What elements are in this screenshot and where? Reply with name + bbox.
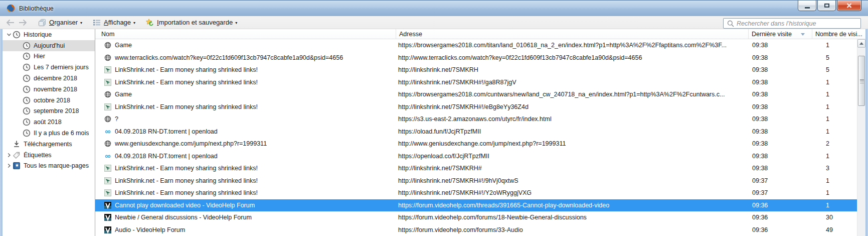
address-cell: http://linkshrink.net/7SMKRH bbox=[396, 66, 749, 73]
sidebar-item-label: Historique bbox=[24, 31, 52, 38]
sidebar-item-septembre-2018[interactable]: septembre 2018 bbox=[3, 106, 95, 117]
page-title-text: Newbie / General discussions - VideoHelp… bbox=[115, 214, 252, 221]
maximize-button[interactable] bbox=[817, 1, 836, 11]
visit-count-cell: 3 bbox=[812, 165, 857, 172]
scrollbar-thumb[interactable] bbox=[858, 56, 865, 106]
name-cell: LinkShrink.net - Earn money sharing shri… bbox=[95, 103, 396, 110]
linkshrink-icon bbox=[104, 103, 111, 110]
twisty-open-icon[interactable] bbox=[6, 32, 12, 37]
library-window: Bibliothèque Organiser▾Affichage▾Importa… bbox=[0, 0, 868, 236]
name-cell: Game bbox=[95, 42, 396, 49]
table-row[interactable]: Audio - VideoHelp Forumhttps://forum.vid… bbox=[95, 224, 857, 236]
minimize-button[interactable] bbox=[798, 1, 816, 11]
visit-count-cell: 1 bbox=[812, 103, 857, 110]
page-title-text: LinkShrink.net - Earn money sharing shri… bbox=[115, 79, 258, 86]
forward-button[interactable] bbox=[18, 19, 28, 27]
linkshrink-icon bbox=[104, 66, 111, 74]
table-row[interactable]: www.geniusdexchange.com/jump/next.php?r=… bbox=[95, 138, 857, 150]
twisty-closed-icon[interactable] bbox=[6, 153, 12, 158]
address-cell: https://forum.videohelp.com/threads/3916… bbox=[396, 202, 749, 209]
table-body: Gamehttps://browsergames2018.com/titan/l… bbox=[95, 39, 857, 236]
main-area: HistoriqueAujourd'huiHierLes 7 derniers … bbox=[0, 29, 868, 236]
sidebar-item-label: septembre 2018 bbox=[34, 107, 79, 114]
organize-menu-button[interactable]: Organiser▾ bbox=[38, 19, 82, 27]
sidebar-item-novembre-2018[interactable]: novembre 2018 bbox=[3, 84, 95, 95]
clock-icon bbox=[12, 30, 21, 39]
table-row[interactable]: Gamehttps://browsergames2018.com/titan/l… bbox=[95, 39, 857, 52]
chevron-down-icon: ▾ bbox=[235, 21, 237, 25]
table-row[interactable]: Gamehttps://browsergames2018.com/cuntwar… bbox=[95, 88, 857, 101]
column-header-address[interactable]: Adresse bbox=[396, 29, 749, 39]
address-cell: http://linkshrink.net/7SMKRH#!/Y2oWRyggj… bbox=[396, 189, 749, 196]
column-header-name[interactable]: Nom bbox=[95, 29, 396, 39]
visit-count-cell: 1 bbox=[812, 153, 857, 160]
table-row[interactable]: LinkShrink.net - Earn money sharing shri… bbox=[95, 175, 857, 187]
close-button[interactable] bbox=[837, 1, 861, 11]
name-cell: www.geniusdexchange.com/jump/next.php?r=… bbox=[95, 140, 396, 148]
page-title-text: www.geniusdexchange.com/jump/next.php?r=… bbox=[115, 140, 267, 147]
back-button[interactable] bbox=[6, 19, 16, 27]
import-backup-menu-button[interactable]: Importation et sauvegarde▾ bbox=[145, 19, 237, 27]
name-cell: Newbie / General discussions - VideoHelp… bbox=[95, 214, 396, 221]
titlebar[interactable]: Bibliothèque bbox=[0, 0, 868, 16]
linkshrink-icon bbox=[104, 189, 111, 197]
sidebar-item-telechargements[interactable]: Téléchargements bbox=[3, 139, 95, 150]
table-row[interactable]: LinkShrink.net - Earn money sharing shri… bbox=[95, 162, 857, 175]
linkshrink-icon bbox=[104, 78, 111, 86]
sidebar-item-marque-pages[interactable]: Tous les marque-pages bbox=[3, 161, 95, 172]
column-header-last_visit[interactable]: Dernière visite bbox=[749, 29, 812, 39]
search-input[interactable] bbox=[737, 20, 860, 27]
address-cell: http://www.geniusdexchange.com/jump/next… bbox=[396, 140, 749, 147]
page-title-text: LinkShrink.net - Earn money sharing shri… bbox=[115, 165, 258, 172]
visit-count-cell: 5 bbox=[812, 54, 857, 61]
sidebar-item-etiquettes[interactable]: Étiquettes bbox=[3, 150, 95, 161]
twisty-closed-icon[interactable] bbox=[6, 163, 12, 168]
table-row[interactable]: Newbie / General discussions - VideoHelp… bbox=[95, 211, 857, 224]
organize-icon bbox=[38, 19, 46, 27]
table-row[interactable]: ?https://s3.us-east-2.amazonaws.com/utyr… bbox=[95, 113, 857, 126]
globe-icon bbox=[104, 140, 111, 148]
table-row[interactable]: LinkShrink.net - Earn money sharing shri… bbox=[95, 64, 857, 76]
sidebar-item-aout-2018[interactable]: août 2018 bbox=[3, 116, 95, 128]
window-title: Bibliothèque bbox=[19, 5, 54, 12]
clock-icon bbox=[22, 118, 31, 127]
chevron-down-icon: ▾ bbox=[133, 21, 135, 25]
clock-icon bbox=[22, 52, 31, 61]
last-visit-cell: 09:38 bbox=[749, 140, 812, 147]
sidebar-item-plus-de-6-mois[interactable]: Il y a plus de 6 mois bbox=[3, 128, 95, 139]
sidebar-item-octobre-2018[interactable]: octobre 2018 bbox=[3, 95, 95, 106]
last-visit-cell: 09:38 bbox=[749, 115, 812, 123]
address-cell: https://s3.us-east-2.amazonaws.com/utyrc… bbox=[396, 115, 749, 123]
maximize-icon bbox=[824, 4, 829, 8]
sidebar-item-label: octobre 2018 bbox=[34, 97, 70, 104]
openload-icon: ∞ bbox=[104, 152, 111, 160]
address-cell: https://forum.videohelp.com/forums/18-Ne… bbox=[396, 214, 749, 221]
views-menu-button[interactable]: Affichage▾ bbox=[92, 19, 135, 27]
window-border-right bbox=[865, 29, 868, 236]
table-row[interactable]: LinkShrink.net - Earn money sharing shri… bbox=[95, 187, 857, 199]
sidebar-item-aujourdhui[interactable]: Aujourd'hui bbox=[3, 40, 95, 51]
sidebar-item-historique[interactable]: Historique bbox=[3, 29, 95, 40]
openload-icon: ∞ bbox=[104, 128, 111, 135]
column-header-visits[interactable]: Nombre de visi... bbox=[812, 29, 865, 39]
sidebar-item-hier[interactable]: Hier bbox=[3, 51, 95, 62]
table-row[interactable]: www.terraclicks.com/watch?key=0f22c1fd60… bbox=[95, 52, 857, 64]
scroll-up-button[interactable] bbox=[857, 39, 865, 48]
visit-count-cell: 1 bbox=[812, 202, 857, 209]
vertical-scrollbar[interactable] bbox=[857, 39, 865, 236]
last-visit-cell: 09:38 bbox=[749, 165, 812, 172]
last-visit-cell: 09:38 bbox=[749, 128, 812, 135]
sidebar-item-7-derniers-jours[interactable]: Les 7 derniers jours bbox=[3, 62, 95, 73]
sidebar-item-label: Il y a plus de 6 mois bbox=[34, 130, 89, 137]
globe-icon bbox=[104, 54, 111, 61]
sidebar-item-label: novembre 2018 bbox=[34, 86, 77, 93]
sidebar-item-decembre-2018[interactable]: décembre 2018 bbox=[3, 73, 95, 84]
table-row[interactable]: LinkShrink.net - Earn money sharing shri… bbox=[95, 76, 857, 89]
column-header-label: Adresse bbox=[399, 31, 422, 38]
table-row[interactable]: ∞04.09.2018 RN-DT.torrent | openloadhttp… bbox=[95, 126, 857, 138]
table-row[interactable]: LinkShrink.net - Earn money sharing shri… bbox=[95, 101, 857, 113]
table-row[interactable]: ∞04.09.2018 RN-DT.torrent | openloadhttp… bbox=[95, 150, 857, 163]
table-row[interactable]: Cannot play downloaded video - VideoHelp… bbox=[95, 199, 857, 212]
table-header: NomAdresseDernière visiteNombre de visi.… bbox=[95, 29, 865, 39]
page-title-text: Game bbox=[115, 42, 132, 49]
